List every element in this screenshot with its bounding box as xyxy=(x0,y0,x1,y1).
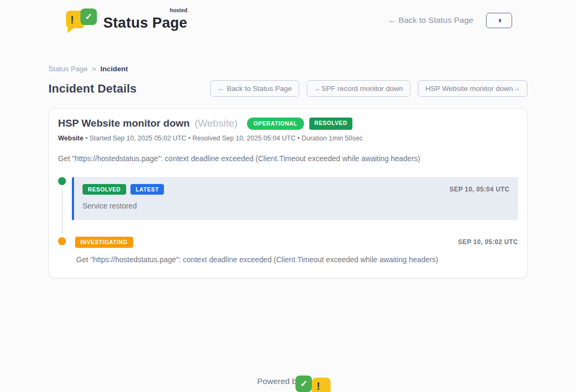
timeline-resolved-badge: RESOLVED xyxy=(83,184,126,195)
header-back-to-status-link[interactable]: ← Back to Status Page xyxy=(388,15,473,25)
timeline-investigating-badge: INVESTIGATING xyxy=(75,237,133,248)
powered-by-row: Powered by ! ✓ xyxy=(257,376,319,387)
header-right: ← Back to Status Page ◑ xyxy=(388,13,512,28)
timeline-timestamp: SEP 10, 05:02 UTC xyxy=(458,238,518,246)
prev-incident-button[interactable]: ←SPF record monitor down xyxy=(307,80,410,97)
status-page-logo-icon: ! ✓ xyxy=(66,9,97,32)
incident-nav-buttons: ← Back to Status Page ←SPF record monito… xyxy=(210,80,528,97)
operational-badge: OPERATIONAL xyxy=(247,118,303,130)
breadcrumb-incident: Incident xyxy=(100,65,128,73)
timeline-message: Service restored xyxy=(83,202,509,210)
timeline-timestamp: SEP 10, 05:04 UTC xyxy=(449,186,509,193)
title-row: Incident Details ← Back to Status Page ←… xyxy=(48,80,528,97)
timeline-dot-resolved xyxy=(58,177,66,185)
brand-text: hosted Status Page xyxy=(103,10,187,31)
incident-status-badges: OPERATIONAL RESOLVED xyxy=(247,118,352,130)
incident-meta-component: Website xyxy=(58,135,84,142)
incident-title-row: HSP Website monitor down (Website) OPERA… xyxy=(58,118,518,130)
powered-by-label: Powered by xyxy=(257,377,301,386)
checkmark-icon: ✓ xyxy=(80,9,97,25)
brand-hosted-label: hosted xyxy=(170,7,187,13)
checkmark-icon: ✓ xyxy=(295,376,312,392)
next-incident-button[interactable]: HSP Website monitor down→ xyxy=(418,80,528,97)
incident-meta-details: • Started Sep 10, 2025 05:02 UTC • Resol… xyxy=(85,135,363,142)
incident-timeline: RESOLVED LATEST SEP 10, 05:04 UTC Servic… xyxy=(58,177,518,264)
timeline-latest-badge: LATEST xyxy=(130,184,164,195)
contrast-icon: ◑ xyxy=(497,15,502,25)
resolved-badge: RESOLVED xyxy=(309,118,353,130)
timeline-badge-row: INVESTIGATING SEP 10, 05:02 UTC xyxy=(75,237,518,248)
brand-name: Status Page xyxy=(103,15,187,31)
breadcrumb-separator: > xyxy=(92,65,96,73)
page-title: Incident Details xyxy=(48,82,137,96)
timeline-dot-investigating xyxy=(58,237,66,245)
timeline-entry-resolved: RESOLVED LATEST SEP 10, 05:04 UTC Servic… xyxy=(58,177,518,221)
brand-logo[interactable]: ! ✓ hosted Status Page xyxy=(66,9,187,32)
timeline-panel-latest: RESOLVED LATEST SEP 10, 05:04 UTC Servic… xyxy=(72,177,518,221)
incident-title: HSP Website monitor down xyxy=(58,118,190,129)
exclamation-bubble-icon: ! xyxy=(312,378,331,392)
timeline-entry-investigating: INVESTIGATING SEP 10, 05:02 UTC Get "htt… xyxy=(58,237,518,264)
incident-description: Get "https://hostedstatus.page": context… xyxy=(58,154,518,163)
incident-meta: Website • Started Sep 10, 2025 05:02 UTC… xyxy=(58,135,518,142)
timeline-message: Get "https://hostedstatus.page": context… xyxy=(75,255,518,264)
incident-card: HSP Website monitor down (Website) OPERA… xyxy=(48,109,528,278)
breadcrumb: Status Page > Incident xyxy=(48,65,528,73)
footer: Powered by ! ✓ © 2025-10-08 14:10:34.772… xyxy=(0,376,576,392)
top-bar: ! ✓ hosted Status Page ← Back to Status … xyxy=(0,0,576,40)
main-content: Status Page > Incident Incident Details … xyxy=(48,65,528,278)
breadcrumb-status-page[interactable]: Status Page xyxy=(48,65,88,73)
back-to-status-page-button[interactable]: ← Back to Status Page xyxy=(210,80,300,97)
footer-logo-icon[interactable]: ! ✓ xyxy=(306,376,319,387)
theme-toggle-button[interactable]: ◑ xyxy=(486,13,512,28)
timeline-badge-row: RESOLVED LATEST SEP 10, 05:04 UTC xyxy=(83,184,509,195)
incident-component-label: (Website) xyxy=(194,118,237,129)
